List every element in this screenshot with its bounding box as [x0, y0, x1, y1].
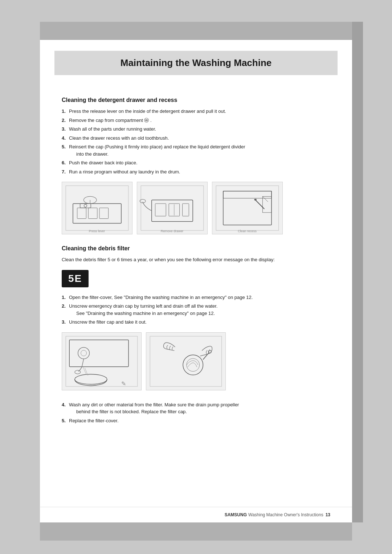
list-item: 3. Unscrew the filter cap and take it ou… — [62, 319, 330, 326]
svg-text:✎: ✎ — [121, 381, 126, 387]
svg-rect-11 — [137, 182, 207, 234]
svg-rect-29 — [62, 333, 141, 390]
svg-text:Press lever: Press lever — [89, 229, 105, 233]
section2-images: ✎ — [62, 332, 330, 390]
header-band — [40, 22, 352, 40]
list-item: 1. Press the release lever on the inside… — [62, 108, 330, 115]
footer-page-number: 13 — [326, 512, 330, 517]
page-footer: SAMSUNG Washing Machine Owner's Instruct… — [40, 507, 352, 522]
section-debris-filter: Cleaning the debris filter Clean the deb… — [62, 245, 330, 424]
image-drawer-out: Remove drawer — [137, 182, 208, 234]
svg-text:Clean recess: Clean recess — [238, 229, 257, 233]
svg-rect-27 — [254, 199, 257, 200]
section2-intro: Clean the debris filter 5 or 6 times a y… — [62, 256, 330, 263]
section1-steps: 1. Press the release lever on the inside… — [62, 108, 330, 175]
footer-text: Washing Machine Owner's Instructions — [248, 512, 323, 517]
list-item: 6. Push the drawer back into place. — [62, 159, 330, 167]
section1-images: Press lever — [62, 182, 330, 234]
list-item: 4. Wash any dirt or other material from … — [62, 401, 330, 415]
list-item: 3. Wash all of the parts under running w… — [62, 126, 330, 133]
list-item: 2. Unscrew emergency drain cap by turnin… — [62, 303, 330, 317]
section2-steps: 1. Open the filter-cover, See "Draining … — [62, 294, 330, 326]
section2-heading: Cleaning the debris filter — [62, 245, 330, 252]
error-badge: 5E — [62, 270, 89, 287]
image-wash-parts: Clean recess — [212, 182, 283, 234]
list-item: 1. Open the filter-cover, See "Draining … — [62, 294, 330, 301]
list-item: 5. Reinsert the cap (Pushing it firmly i… — [62, 143, 330, 157]
list-item: 7. Run a rinse program without any laund… — [62, 168, 330, 176]
section1-heading: Cleaning the detergent drawer and recess — [62, 97, 330, 103]
list-item: 2. Remove the cap from compartment ⓦ . — [62, 117, 330, 124]
list-item: 5. Replace the filter-cover. — [62, 417, 330, 424]
section-detergent-drawer: Cleaning the detergent drawer and recess… — [62, 97, 330, 234]
main-content: Cleaning the detergent drawer and recess… — [40, 75, 352, 444]
document-page: Maintaining the Washing Machine Cleaning… — [40, 22, 352, 522]
page-title: Maintaining the Washing Machine — [65, 57, 327, 69]
list-item: 4. Clean the drawer recess with an old t… — [62, 135, 330, 142]
image-filter-cap — [146, 332, 226, 390]
svg-rect-39 — [146, 333, 225, 390]
footer-band — [40, 522, 352, 541]
title-section: Maintaining the Washing Machine — [54, 51, 338, 75]
footer-brand: SAMSUNG — [225, 512, 247, 517]
svg-text:Remove drawer: Remove drawer — [161, 229, 184, 233]
image-drain-water: ✎ — [62, 332, 142, 390]
image-press-lever: Press lever — [62, 182, 132, 234]
section2-steps-continued: 4. Wash any dirt or other material from … — [62, 401, 330, 424]
